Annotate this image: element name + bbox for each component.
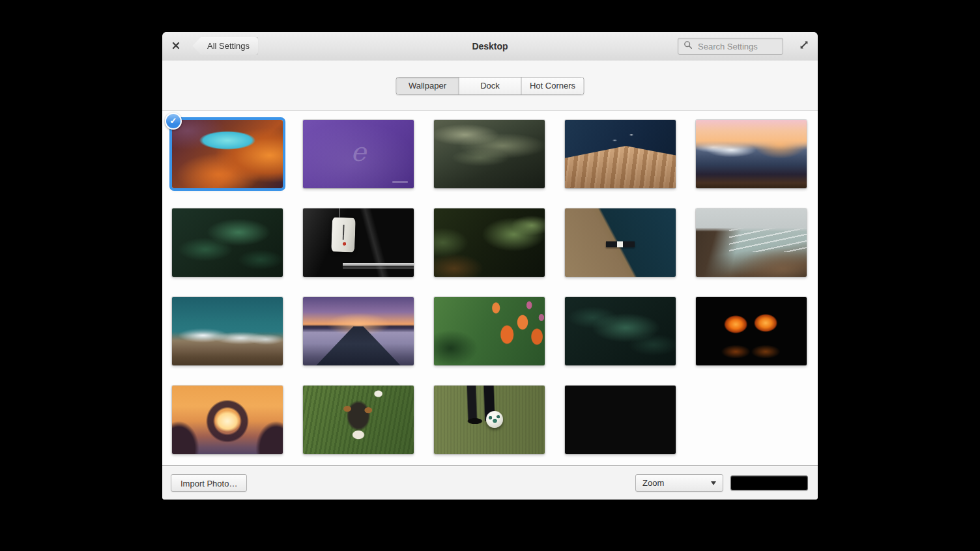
wallpaper-thumbnail-satellite-over-coastline[interactable]: [565, 208, 676, 277]
close-button[interactable]: [170, 40, 182, 52]
wallpaper-thumbnail-glowing-jack-o-lanterns[interactable]: [696, 297, 807, 365]
resize-arrows-icon: [799, 40, 809, 53]
tab-dock[interactable]: Dock: [459, 78, 521, 94]
search-input[interactable]: [697, 41, 777, 52]
wallpaper-thumbnail-solid-black[interactable]: [565, 386, 676, 454]
wallpaper-thumbnail-heart-hands-sunset[interactable]: [172, 386, 283, 454]
wallpaper-thumbnail-coastal-cliff-waves[interactable]: [696, 208, 807, 277]
mode-switcher: Wallpaper Dock Hot Corners: [396, 77, 584, 95]
wallpaper-thumbnail-japanese-paper-lantern[interactable]: [303, 208, 414, 277]
wallpaper-thumbnail-teal-ferns[interactable]: [565, 297, 676, 365]
footer-bar: Import Photo… Zoom: [162, 465, 818, 500]
close-icon: [172, 40, 180, 52]
wallpaper-thumbnail-mountains-at-sunset[interactable]: [696, 120, 807, 188]
tab-wallpaper[interactable]: Wallpaper: [397, 78, 459, 94]
wallpaper-thumbnail-boardwalk-and-water[interactable]: [565, 120, 676, 188]
wallpaper-thumbnail-orange-tulips[interactable]: [434, 297, 545, 365]
headerbar: All Settings Desktop: [162, 32, 818, 61]
tab-strip: Wallpaper Dock Hot Corners: [162, 61, 818, 111]
import-photo-button[interactable]: Import Photo…: [171, 474, 247, 492]
selected-checkmark-badge: ✓: [165, 113, 182, 130]
maximize-button[interactable]: [798, 40, 810, 52]
wallpaper-thumbnail-elementary-purple-default[interactable]: [303, 120, 414, 188]
wallpaper-thumbnail-dark-green-ferns[interactable]: [172, 208, 283, 277]
wallpaper-thumbnail-misty-forest[interactable]: [434, 120, 545, 188]
zoom-dropdown[interactable]: Zoom: [635, 474, 723, 492]
zoom-dropdown-value: Zoom: [642, 474, 664, 492]
search-icon: [684, 40, 693, 52]
wallpaper-thumbnail-soccer-ball-and-boots[interactable]: [434, 386, 545, 454]
tab-hot-corners[interactable]: Hot Corners: [521, 78, 584, 94]
wallpaper-thumbnail-snowy-peaks-teal-sky[interactable]: [172, 297, 283, 365]
settings-window: All Settings Desktop: [162, 32, 818, 500]
wallpaper-thumbnail-puppy-on-grass[interactable]: [303, 386, 414, 454]
search-field[interactable]: [678, 38, 783, 55]
wallpaper-grid: ✓: [172, 120, 818, 454]
chevron-down-icon: [711, 481, 716, 485]
background-color-picker[interactable]: [730, 475, 808, 490]
back-button-all-settings[interactable]: All Settings: [192, 37, 258, 55]
settings-content: Wallpaper Dock Hot Corners ✓: [162, 61, 818, 466]
wallpaper-thumbnail-juniper-branch[interactable]: [434, 208, 545, 277]
wallpaper-thumbnail-pier-at-sunset[interactable]: [303, 297, 414, 365]
wallpaper-thumbnail-antelope-canyon[interactable]: ✓: [172, 120, 283, 188]
